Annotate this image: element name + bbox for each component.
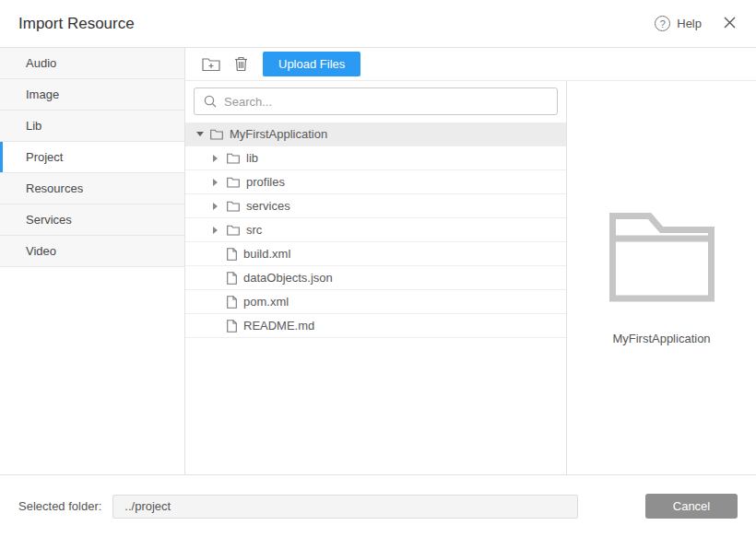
search-box: [194, 88, 558, 115]
preview-panel: MyFirstApplication: [567, 81, 756, 474]
sidebar-item-label: Project: [26, 150, 63, 164]
upload-files-button[interactable]: Upload Files: [263, 52, 360, 76]
toolbar: Upload Files: [185, 48, 756, 81]
folder-icon: [227, 201, 240, 212]
chevron-down-icon[interactable]: [196, 132, 205, 136]
tree-row-myfirstapplication[interactable]: MyFirstApplication: [185, 123, 566, 146]
new-folder-button[interactable]: [200, 53, 222, 76]
folder-icon: [227, 153, 240, 164]
tree-row-services[interactable]: services: [185, 194, 566, 218]
selected-folder-label: Selected folder:: [18, 499, 101, 513]
tree-row-src[interactable]: src: [185, 218, 566, 242]
help-link[interactable]: Help: [677, 17, 702, 30]
sidebar-item-audio[interactable]: Audio: [0, 48, 184, 79]
page-title: Import Resource: [18, 15, 135, 33]
trash-icon: [234, 56, 248, 72]
delete-button[interactable]: [230, 53, 252, 76]
tree-item-label: src: [246, 223, 262, 237]
tree-item-label: pom.xml: [243, 295, 289, 309]
dialog-footer: Selected folder: Cancel: [0, 474, 756, 537]
selected-folder-input[interactable]: [112, 495, 578, 519]
sidebar-item-label: Image: [26, 88, 59, 101]
content-row: MyFirstApplication lib: [185, 81, 756, 474]
category-sidebar: Audio Image Lib Project Resources Servic…: [0, 48, 185, 474]
chevron-right-icon[interactable]: [213, 155, 221, 162]
main-area: Upload Files: [185, 48, 756, 474]
close-icon[interactable]: [722, 14, 738, 33]
tree-item-label: build.xml: [243, 247, 290, 261]
sidebar-item-label: Services: [26, 213, 72, 227]
folder-icon: [210, 129, 223, 140]
file-tree: MyFirstApplication lib: [185, 123, 566, 474]
sidebar-item-label: Audio: [26, 56, 56, 70]
tree-item-label: lib: [246, 151, 258, 165]
header-actions: ? Help: [655, 14, 738, 33]
sidebar-item-label: Lib: [26, 119, 41, 133]
sidebar-item-image[interactable]: Image: [0, 79, 184, 111]
dialog-header: Import Resource ? Help: [0, 0, 756, 48]
preview-folder-name: MyFirstApplication: [612, 332, 710, 345]
import-resource-dialog: Import Resource ? Help Audio Image Lib P…: [0, 0, 756, 537]
chevron-right-icon[interactable]: [213, 227, 221, 234]
tree-item-label: dataObjects.json: [243, 271, 333, 285]
folder-icon: [227, 177, 240, 188]
sidebar-item-services[interactable]: Services: [0, 204, 184, 236]
cancel-button[interactable]: Cancel: [645, 494, 738, 519]
tree-item-label: MyFirstApplication: [230, 127, 327, 141]
sidebar-item-label: Video: [26, 244, 56, 258]
chevron-right-icon[interactable]: [213, 203, 221, 210]
file-tree-panel: MyFirstApplication lib: [185, 81, 567, 474]
help-icon[interactable]: ?: [655, 16, 670, 31]
tree-row-readme-md[interactable]: README.md: [185, 314, 566, 338]
file-icon: [227, 272, 237, 285]
sidebar-item-label: Resources: [26, 181, 83, 195]
sidebar-item-lib[interactable]: Lib: [0, 111, 184, 142]
file-icon: [227, 248, 237, 261]
tree-row-lib[interactable]: lib: [185, 146, 566, 170]
dialog-body: Audio Image Lib Project Resources Servic…: [0, 48, 756, 474]
search-input[interactable]: [224, 95, 548, 109]
tree-item-label: README.md: [243, 319, 314, 333]
tree-item-label: profiles: [246, 175, 285, 189]
file-icon: [227, 296, 237, 309]
tree-row-profiles[interactable]: profiles: [185, 170, 566, 194]
big-folder-icon: [607, 210, 717, 302]
sidebar-item-resources[interactable]: Resources: [0, 173, 184, 204]
file-icon: [227, 320, 237, 333]
sidebar-item-video[interactable]: Video: [0, 236, 184, 267]
folder-plus-icon: [202, 57, 220, 72]
tree-row-dataobjects-json[interactable]: dataObjects.json: [185, 266, 566, 290]
sidebar-item-project[interactable]: Project: [0, 142, 184, 173]
chevron-right-icon[interactable]: [213, 179, 221, 186]
tree-row-build-xml[interactable]: build.xml: [185, 242, 566, 266]
search-icon: [204, 95, 217, 108]
tree-row-pom-xml[interactable]: pom.xml: [185, 290, 566, 314]
tree-item-label: services: [246, 199, 290, 213]
folder-icon: [227, 225, 240, 236]
